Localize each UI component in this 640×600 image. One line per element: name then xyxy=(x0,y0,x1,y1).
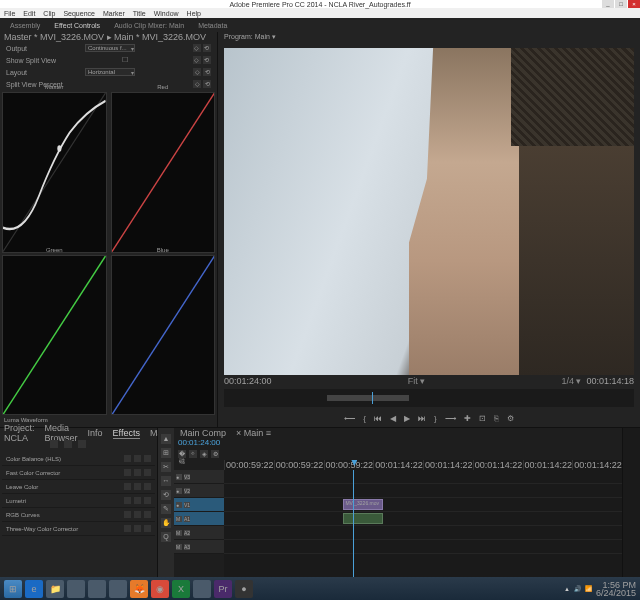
menu-edit[interactable]: Edit xyxy=(23,10,35,17)
fx-item[interactable]: RGB Curves xyxy=(2,508,155,522)
timecode-right[interactable]: 00:01:14:18 xyxy=(586,376,634,386)
curve-red[interactable]: Red xyxy=(111,92,216,253)
track-lane[interactable] xyxy=(224,526,622,540)
menu-window[interactable]: Window xyxy=(154,10,179,17)
track-lane[interactable] xyxy=(224,540,622,554)
fx-type-icon[interactable] xyxy=(50,440,58,448)
tray-icon[interactable]: ▲ xyxy=(564,586,570,592)
ripple-tool-icon[interactable]: ✂ xyxy=(161,462,171,472)
tab-info[interactable]: Info xyxy=(88,428,103,438)
tab-effects[interactable]: Effects xyxy=(113,428,140,439)
start-button-icon[interactable]: ⊞ xyxy=(4,580,22,598)
layout-dropdown[interactable]: Horizontal xyxy=(85,68,135,76)
fit-dropdown[interactable]: Fit ▾ xyxy=(408,376,426,386)
slip-tool-icon[interactable]: ⟲ xyxy=(161,490,171,500)
step-fwd-icon[interactable]: ⏭ xyxy=(418,414,426,423)
reset-icon[interactable]: ⟲ xyxy=(203,56,211,64)
fx-type-icon[interactable] xyxy=(64,440,72,448)
goto-in-icon[interactable]: { xyxy=(363,414,366,423)
razor-tool-icon[interactable]: ↔ xyxy=(161,476,171,486)
track-select-tool-icon[interactable]: ⊞ xyxy=(161,448,171,458)
tab-source[interactable]: Assembly xyxy=(10,22,40,29)
marker-icon[interactable]: ◈ xyxy=(200,450,208,458)
excel-icon[interactable]: X xyxy=(172,580,190,598)
track-header-v3[interactable]: ●V3 xyxy=(174,470,224,484)
curve-master[interactable]: Master xyxy=(2,92,107,253)
menu-marker[interactable]: Marker xyxy=(103,10,125,17)
track-header-v2[interactable]: ●V2 xyxy=(174,484,224,498)
link-icon[interactable]: ⟐ xyxy=(189,450,197,458)
play-icon[interactable]: ▶ xyxy=(404,414,410,423)
curve-green[interactable]: Green xyxy=(2,255,107,416)
program-monitor-title[interactable]: Program: Main ▾ xyxy=(218,32,640,42)
keyframe-icon[interactable]: ◇ xyxy=(193,80,201,88)
fx-item[interactable]: Lumetri xyxy=(2,494,155,508)
track-lane[interactable]: MVI_3226.mov xyxy=(224,498,622,512)
fx-item[interactable]: Fast Color Corrector xyxy=(2,466,155,480)
keyframe-icon[interactable]: ◇ xyxy=(193,68,201,76)
track-lane[interactable] xyxy=(224,512,622,526)
fx-item[interactable]: Color Balance (HLS) xyxy=(2,452,155,466)
timeline-timecode[interactable]: 00:01:24:00 xyxy=(174,438,622,450)
output-dropdown[interactable]: Continuous f... xyxy=(85,44,135,52)
tab-metadata[interactable]: Metadata xyxy=(198,22,227,29)
tab-audio-mixer[interactable]: Audio Clip Mixer: Main xyxy=(114,22,184,29)
export-frame-icon[interactable]: ⊡ xyxy=(479,414,486,423)
track-header-a1[interactable]: MA1 xyxy=(174,512,224,526)
app-icon[interactable] xyxy=(88,580,106,598)
app-icon[interactable] xyxy=(67,580,85,598)
tray-icon[interactable]: 📶 xyxy=(585,585,592,592)
hand-tool-icon[interactable]: ✋ xyxy=(161,518,171,528)
premiere-icon[interactable]: Pr xyxy=(214,580,232,598)
reset-icon[interactable]: ⟲ xyxy=(203,44,211,52)
curve-blue[interactable]: Blue xyxy=(111,255,216,416)
explorer-icon[interactable]: 📁 xyxy=(46,580,64,598)
mark-in-icon[interactable]: ⟵ xyxy=(344,414,355,423)
chrome-icon[interactable]: ◉ xyxy=(151,580,169,598)
menu-clip[interactable]: Clip xyxy=(43,10,55,17)
minimize-button[interactable]: _ xyxy=(602,0,614,8)
reset-icon[interactable]: ⟲ xyxy=(203,68,211,76)
snap-icon[interactable]: �磁 xyxy=(178,450,186,458)
track-header-a2[interactable]: MA2 xyxy=(174,526,224,540)
audio-clip[interactable] xyxy=(343,513,383,524)
settings-icon[interactable]: ⚙ xyxy=(507,414,514,423)
system-clock[interactable]: 1:56 PM6/24/2015 xyxy=(596,581,636,597)
app-icon[interactable] xyxy=(193,580,211,598)
selection-tool-icon[interactable]: ▲ xyxy=(161,434,171,444)
app-icon[interactable] xyxy=(109,580,127,598)
sequence-tab[interactable]: Main Comp xyxy=(180,428,226,438)
sequence-tab[interactable]: × Main ≡ xyxy=(236,428,271,438)
quality-dropdown[interactable]: 1/4 ▾ xyxy=(561,376,581,386)
keyframe-icon[interactable]: ◇ xyxy=(193,56,201,64)
tab-effect-controls[interactable]: Effect Controls xyxy=(54,22,100,29)
track-lane[interactable] xyxy=(224,484,622,498)
program-monitor[interactable] xyxy=(224,48,634,375)
zoom-tool-icon[interactable]: Q xyxy=(161,532,171,542)
lift-icon[interactable]: ⎘ xyxy=(494,414,499,423)
menu-help[interactable]: Help xyxy=(187,10,201,17)
pen-tool-icon[interactable]: ✎ xyxy=(161,504,171,514)
reset-icon[interactable]: ⟲ xyxy=(203,80,211,88)
firefox-icon[interactable]: 🦊 xyxy=(130,580,148,598)
tray-icon[interactable]: 🔊 xyxy=(574,585,581,592)
goto-out-icon[interactable]: } xyxy=(434,414,437,423)
video-clip[interactable]: MVI_3226.mov xyxy=(343,499,383,510)
fx-item[interactable]: Three-Way Color Corrector xyxy=(2,522,155,536)
fx-type-icon[interactable] xyxy=(78,440,86,448)
settings-icon[interactable]: ⚙ xyxy=(211,450,219,458)
ie-icon[interactable]: e xyxy=(25,580,43,598)
time-ruler[interactable]: 00:00:59:2200:00:59:2200:00:59:2200:01:1… xyxy=(224,460,622,470)
track-lane[interactable] xyxy=(224,470,622,484)
mark-out-icon[interactable]: ⟶ xyxy=(445,414,456,423)
playhead-line[interactable] xyxy=(353,470,354,577)
program-scrubber[interactable] xyxy=(224,389,634,407)
keyframe-icon[interactable]: ◇ xyxy=(193,44,201,52)
track-header-v1[interactable]: ●V1 xyxy=(174,498,224,512)
menu-title[interactable]: Title xyxy=(133,10,146,17)
add-marker-icon[interactable]: ✚ xyxy=(464,414,471,423)
step-back-icon[interactable]: ⏮ xyxy=(374,414,382,423)
play-back-icon[interactable]: ◀ xyxy=(390,414,396,423)
close-button[interactable]: × xyxy=(628,0,640,8)
menu-file[interactable]: File xyxy=(4,10,15,17)
